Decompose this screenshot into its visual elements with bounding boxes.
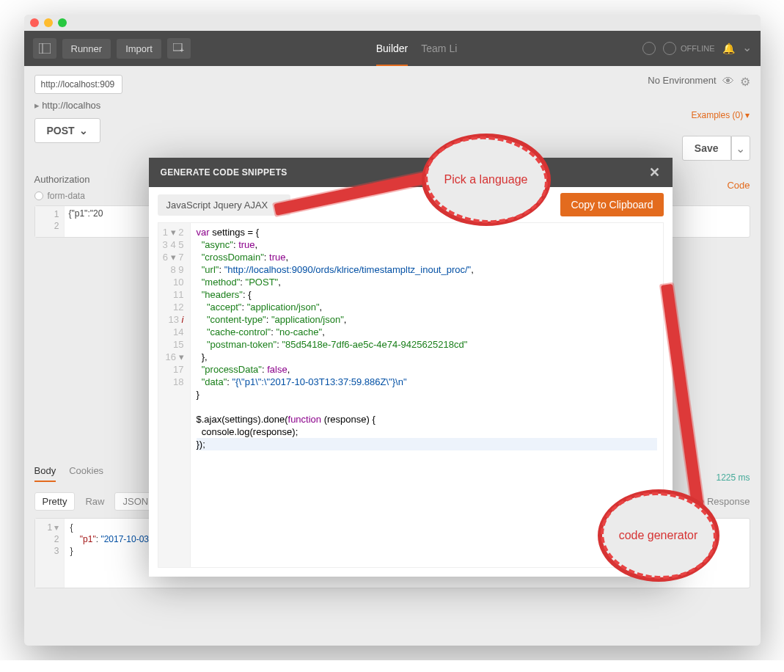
svg-rect-0 — [39, 43, 51, 54]
code-lines: var settings = { "async": true, "crossDo… — [191, 223, 663, 567]
offline-badge: OFFLINE — [663, 42, 714, 55]
tab-builder[interactable]: Builder — [376, 43, 409, 66]
breadcrumb[interactable]: http://localhos — [34, 100, 750, 111]
tab-team[interactable]: Team Li — [421, 43, 457, 54]
generated-code[interactable]: 1 ▾ 2 3 4 5 6 ▾ 7 8 9 10 11 12 13 i 14 1… — [158, 222, 664, 568]
app-window: Runner Import + Builder Team Li OFFLINE … — [24, 15, 761, 646]
save-caret-button[interactable]: ⌄ — [731, 136, 750, 161]
chevron-down-icon: ⌄ — [79, 125, 88, 136]
mac-titlebar — [24, 15, 761, 31]
copy-clipboard-button[interactable]: Copy to Clipboard — [560, 193, 663, 216]
view-pretty[interactable]: Pretty — [34, 492, 76, 511]
save-button[interactable]: Save — [682, 136, 731, 161]
sync-icon[interactable] — [642, 42, 656, 55]
main-content: http://localhost:909 No Environment 👁 ⚙ … — [24, 66, 761, 646]
svg-text:+: + — [180, 46, 184, 54]
annotation-bubble-code-gen: code generator — [604, 495, 714, 576]
sidebar-toggle-icon[interactable] — [33, 38, 56, 59]
resp-tab-cookies[interactable]: Cookies — [69, 465, 103, 482]
response-time: 1225 ms — [716, 472, 750, 483]
generate-code-link[interactable]: Code — [727, 180, 750, 191]
settings-gear-icon[interactable]: ⚙ — [740, 75, 750, 89]
view-raw[interactable]: Raw — [85, 496, 104, 507]
language-picker[interactable]: JavaScript Jquery AJAX ⌄ — [158, 194, 291, 216]
code-gutter: 1 ▾ 2 3 4 5 6 ▾ 7 8 9 10 11 12 13 i 14 1… — [158, 223, 191, 567]
body-gutter: 12 — [35, 206, 65, 237]
formdata-label: form-data — [48, 191, 85, 201]
top-toolbar: Runner Import + Builder Team Li OFFLINE — [24, 31, 761, 66]
resp-gutter: 1 ▾23 — [35, 519, 65, 588]
modal-title: GENERATE CODE SNIPPETS — [161, 167, 287, 178]
import-button[interactable]: Import — [117, 39, 161, 59]
new-tab-icon[interactable]: + — [167, 38, 191, 59]
formdata-radio[interactable] — [34, 191, 43, 200]
annotation-bubble-language: Pick a language — [428, 139, 545, 220]
radar-icon — [663, 42, 676, 55]
tab-authorization[interactable]: Authorization — [34, 174, 90, 185]
preview-eye-icon[interactable]: 👁 — [722, 75, 734, 89]
url-tab[interactable]: http://localhost:909 — [34, 75, 122, 94]
account-chevron-icon[interactable] — [742, 42, 752, 56]
offline-label: OFFLINE — [681, 44, 714, 53]
breadcrumb-label: http://localhos — [42, 100, 100, 111]
min-window-dot[interactable] — [44, 18, 53, 27]
method-label: POST — [46, 125, 74, 136]
runner-button[interactable]: Runner — [62, 39, 111, 59]
code-snippet-modal: GENERATE CODE SNIPPETS ✕ JavaScript Jque… — [149, 158, 673, 577]
language-label: JavaScript Jquery AJAX — [166, 200, 268, 211]
close-window-dot[interactable] — [30, 18, 39, 27]
bell-icon[interactable] — [722, 43, 735, 54]
environment-select[interactable]: No Environment — [648, 75, 716, 86]
max-window-dot[interactable] — [58, 18, 67, 27]
examples-link[interactable]: Examples (0) ▾ — [691, 110, 750, 120]
http-method-select[interactable]: POST ⌄ — [34, 118, 100, 143]
close-icon[interactable]: ✕ — [649, 164, 660, 180]
resp-tab-body[interactable]: Body — [34, 465, 56, 482]
